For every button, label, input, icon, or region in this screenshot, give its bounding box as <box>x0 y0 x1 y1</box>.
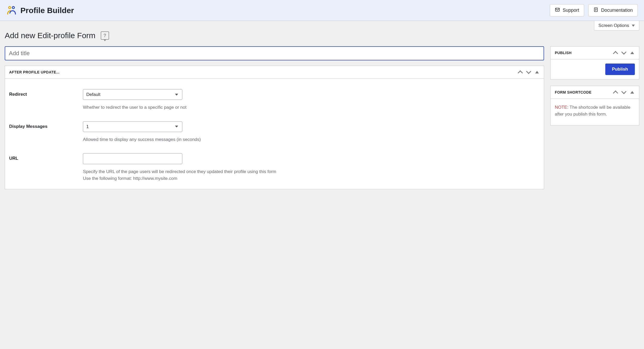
page-title: Add new Edit-profile Form <box>5 31 95 40</box>
documentation-label: Documentation <box>601 8 633 13</box>
plugin-banner: Profile Builder Support Documentation <box>0 0 644 21</box>
support-button[interactable]: Support <box>550 4 584 16</box>
field-control: Default Whether to redirect the user to … <box>83 89 540 111</box>
field-display-messages: Display Messages 1 Allowed time to displ… <box>9 121 540 143</box>
field-label: Display Messages <box>9 121 80 143</box>
mail-icon <box>555 7 560 14</box>
url-input[interactable] <box>83 153 182 164</box>
metabox-body: Redirect Default Whether to redirect the… <box>5 79 544 189</box>
brand: Profile Builder <box>6 5 74 16</box>
move-up-icon[interactable] <box>613 90 618 95</box>
field-label: Redirect <box>9 89 80 111</box>
field-label: URL <box>9 153 80 182</box>
banner-buttons: Support Documentation <box>550 4 638 16</box>
metabox-header: FORM SHORTCODE <box>551 86 639 99</box>
redirect-select[interactable]: Default <box>83 89 182 100</box>
sidebar-column: PUBLISH Publish FORM SHORTCODE <box>550 46 639 125</box>
chevron-down-icon <box>632 25 635 27</box>
documentation-button[interactable]: Documentation <box>588 4 638 16</box>
metabox-body: Publish <box>551 59 639 79</box>
screen-options-label: Screen Options <box>598 23 629 28</box>
display-messages-select[interactable]: 1 <box>83 121 182 132</box>
metabox-controls <box>613 90 635 95</box>
publish-button[interactable]: Publish <box>605 64 635 75</box>
field-control: 1 Allowed time to display any success me… <box>83 121 540 143</box>
metabox-after-profile-update: AFTER PROFILE UPDATE... Redirect Default <box>5 66 544 189</box>
move-up-icon[interactable] <box>518 70 523 75</box>
field-description: Specify the URL of the page users will b… <box>83 168 540 182</box>
metabox-form-shortcode: FORM SHORTCODE NOTE: The shortcode will … <box>550 86 639 125</box>
main-column: AFTER PROFILE UPDATE... Redirect Default <box>5 46 544 189</box>
brand-title: Profile Builder <box>20 6 74 15</box>
screen-options-button[interactable]: Screen Options <box>594 21 639 31</box>
svg-point-0 <box>9 6 11 8</box>
support-label: Support <box>563 8 579 13</box>
field-url: URL Specify the URL of the page users wi… <box>9 153 540 182</box>
collapse-toggle-icon[interactable] <box>630 50 635 55</box>
page-heading-row: Add new Edit-profile Form ? <box>5 27 639 46</box>
move-up-icon[interactable] <box>613 50 618 55</box>
metabox-title: FORM SHORTCODE <box>555 90 591 94</box>
title-input[interactable] <box>5 46 544 60</box>
field-description: Whether to redirect the user to a specif… <box>83 104 540 111</box>
metabox-controls <box>518 70 540 75</box>
metabox-title: PUBLISH <box>555 51 572 55</box>
metabox-controls <box>613 50 635 55</box>
collapse-toggle-icon[interactable] <box>534 70 540 75</box>
field-control: Specify the URL of the page users will b… <box>83 153 540 182</box>
metabox-body: NOTE: The shortcode will be available af… <box>551 99 639 125</box>
metabox-title: AFTER PROFILE UPDATE... <box>9 70 60 74</box>
metabox-header: AFTER PROFILE UPDATE... <box>5 66 544 79</box>
metabox-header: PUBLISH <box>551 47 639 59</box>
document-icon <box>593 7 598 14</box>
note-label: NOTE: <box>555 105 568 110</box>
move-down-icon[interactable] <box>621 50 626 55</box>
svg-point-1 <box>12 6 14 8</box>
move-down-icon[interactable] <box>526 70 531 75</box>
help-icon[interactable]: ? <box>101 31 109 40</box>
field-description: Allowed time to display any success mess… <box>83 136 540 143</box>
move-down-icon[interactable] <box>621 90 626 95</box>
field-redirect: Redirect Default Whether to redirect the… <box>9 89 540 111</box>
collapse-toggle-icon[interactable] <box>630 90 635 95</box>
shortcode-note: NOTE: The shortcode will be available af… <box>555 104 635 118</box>
metabox-publish: PUBLISH Publish <box>550 46 639 79</box>
svg-rect-2 <box>555 8 559 11</box>
profile-builder-logo-icon <box>6 5 17 16</box>
